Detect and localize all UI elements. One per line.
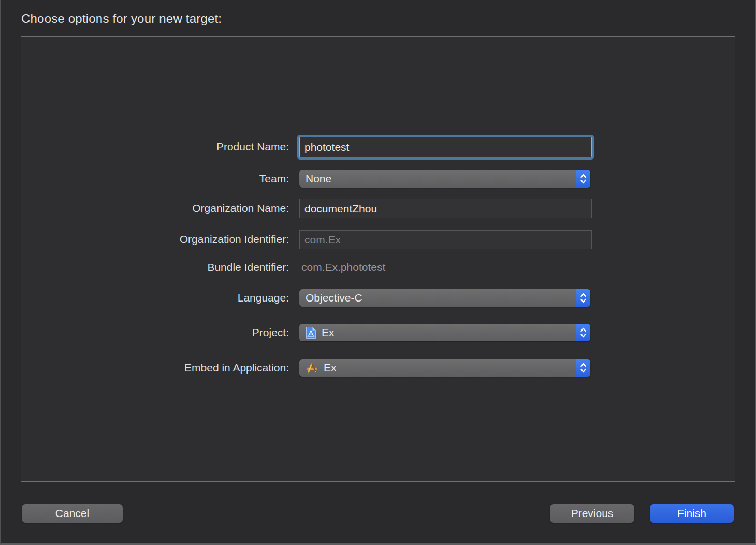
language-popup[interactable]: Objective-C xyxy=(299,289,590,307)
language-label: Language: xyxy=(0,291,289,305)
embed-in-application-label: Embed in Application: xyxy=(0,361,289,375)
team-popup[interactable]: None xyxy=(299,170,590,188)
organization-identifier-label: Organization Identifier: xyxy=(0,233,289,246)
organization-identifier-input[interactable] xyxy=(299,230,592,249)
up-down-chevrons-icon xyxy=(576,324,590,341)
embed-in-application-popup[interactable]: Ex xyxy=(299,359,590,377)
language-popup-value: Objective-C xyxy=(306,292,362,304)
product-name-label: Product Name: xyxy=(0,140,289,153)
organization-name-input[interactable] xyxy=(299,199,592,218)
organization-name-label: Organization Name: xyxy=(0,202,289,215)
up-down-chevrons-icon xyxy=(576,170,590,188)
embed-in-application-popup-value: Ex xyxy=(324,362,337,374)
finish-button[interactable]: Finish xyxy=(650,504,734,523)
up-down-chevrons-icon xyxy=(576,359,590,377)
target-options-panel xyxy=(21,36,735,482)
macos-application-icon xyxy=(306,362,318,374)
up-down-chevrons-icon xyxy=(576,289,590,307)
xcode-project-document-icon xyxy=(306,326,316,339)
product-name-input[interactable] xyxy=(299,137,592,157)
team-popup-value: None xyxy=(306,173,331,185)
bundle-identifier-label: Bundle Identifier: xyxy=(0,261,289,274)
project-popup-value: Ex xyxy=(322,326,335,339)
project-label: Project: xyxy=(0,326,289,339)
project-popup[interactable]: Ex xyxy=(299,324,590,341)
page-title: Choose options for your new target: xyxy=(21,11,222,26)
previous-button[interactable]: Previous xyxy=(550,504,634,523)
cancel-button[interactable]: Cancel xyxy=(22,504,123,523)
bundle-identifier-value: com.Ex.phototest xyxy=(301,261,385,274)
team-label: Team: xyxy=(0,172,289,185)
